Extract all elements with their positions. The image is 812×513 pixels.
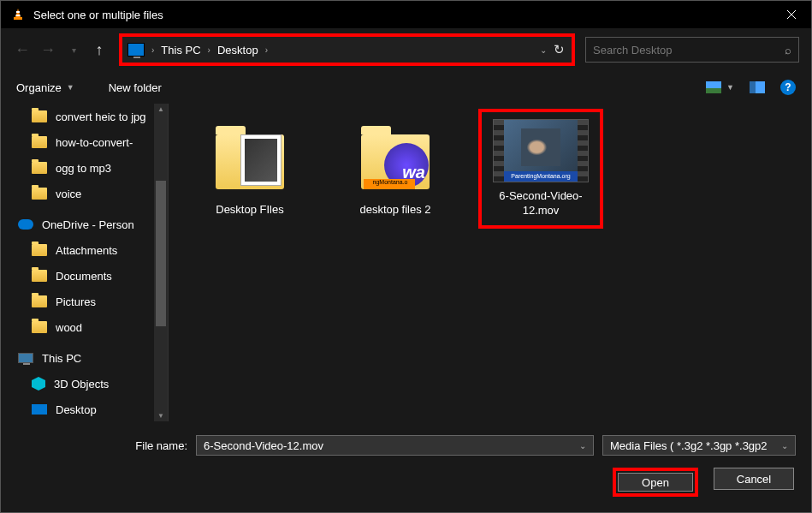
search-input[interactable] [593,44,785,57]
svg-rect-1 [16,11,20,13]
sidebar-label: 3D Objects [54,378,109,391]
pc-icon [127,43,145,57]
sidebar-item[interactable]: ogg to mp3 [1,155,168,181]
folder-desktop-files[interactable]: Desktop FIles [194,119,305,218]
sidebar-label: ogg to mp3 [56,162,111,175]
desktop-icon [32,404,47,415]
sidebar-item[interactable]: voice [1,181,168,206]
search-icon[interactable]: ⌕ [785,44,791,57]
thumb-banner: ParentingMontana.org [504,171,578,182]
sidebar-thispc[interactable]: This PC [1,345,168,371]
file-label: Desktop FIles [216,203,283,218]
sidebar-label: wood [56,321,82,334]
folder-desktop-files-2[interactable]: ngMontana.o desktop files 2 [340,119,451,218]
open-button[interactable]: Open [618,473,693,492]
folder-icon [32,244,47,256]
address-dropdown[interactable]: ⌄ [540,45,547,55]
chevron-right-icon: › [262,45,271,55]
filename-label: File name: [16,439,187,452]
sidebar-label: Documents [56,270,112,283]
file-type-filter[interactable]: Media Files ( *.3g2 *.3gp *.3gp2 ⌄ [602,435,796,456]
footer: File name: ⌄ Media Files ( *.3g2 *.3gp *… [1,421,811,512]
thumbnails-icon [706,81,721,93]
folder-icon [32,110,47,122]
forward-button[interactable]: → [39,40,57,59]
folder-icon [32,270,47,282]
address-bar[interactable]: › This PC › Desktop › ⌄ ↻ [119,33,575,66]
sidebar-label: Desktop [56,403,97,416]
sidebar-label: Pictures [56,295,96,308]
sidebar-label: voice [56,188,81,200]
video-thumbnail: ParentingMontana.org [493,119,589,182]
folder-icon [32,136,47,148]
sidebar-scrollbar[interactable] [154,104,168,421]
sidebar-label: This PC [42,352,81,365]
close-button[interactable] [772,1,811,28]
toolbar: Organize ▼ New folder ▼ ? [1,71,811,104]
preview-pane-button[interactable] [750,81,765,93]
help-button[interactable]: ? [780,80,796,95]
file-video-selected[interactable]: ParentingMontana.org 6-Second-Video-12.m… [485,119,596,218]
sidebar-item[interactable]: Attachments [1,237,168,263]
file-list[interactable]: Desktop FIles ngMontana.o desktop files … [169,104,811,421]
up-button[interactable]: ↑ [90,40,109,59]
recent-dropdown[interactable]: ▾ [64,40,83,59]
filename-dropdown[interactable]: ⌄ [579,441,586,450]
sidebar-label: how-to-convert- [56,136,133,149]
thumb-strip: ngMontana.o [364,179,415,189]
cloud-icon [18,219,33,230]
sidebar-item[interactable]: convert heic to jpg [1,104,168,129]
sidebar-label: Attachments [56,244,117,257]
folder-icon [32,162,47,174]
chevron-right-icon: › [204,45,214,55]
organize-menu[interactable]: Organize ▼ [16,81,74,94]
chevron-down-icon: ▼ [67,83,74,92]
titlebar: Select one or multiple files [1,1,811,28]
filename-input[interactable] [204,439,579,452]
folder-icon [32,295,47,307]
sidebar-label: convert heic to jpg [56,110,146,123]
scroll-thumb[interactable] [156,181,166,326]
open-button-highlight: Open [613,468,698,497]
search-box[interactable]: ⌕ [585,37,799,63]
view-thumb-button[interactable]: ▼ [706,81,734,93]
file-label: desktop files 2 [359,203,430,218]
breadcrumb-desktop[interactable]: Desktop [214,44,262,57]
chevron-down-icon: ⌄ [781,441,788,450]
sidebar-item[interactable]: wood [1,314,168,340]
new-folder-button[interactable]: New folder [109,81,162,94]
sidebar-label: OneDrive - Person [42,218,134,231]
cancel-button[interactable]: Cancel [714,468,794,490]
navbar: ← → ▾ ↑ › This PC › Desktop › ⌄ ↻ ⌕ [1,28,811,71]
refresh-button[interactable]: ↻ [554,42,565,57]
sidebar: convert heic to jpg how-to-convert- ogg … [1,104,169,421]
organize-label: Organize [16,81,62,94]
sidebar-item[interactable]: Documents [1,263,168,289]
sidebar-item[interactable]: 3D Objects [1,371,168,397]
back-button[interactable]: ← [13,40,32,59]
pc-icon [18,353,33,363]
sidebar-item[interactable]: Pictures [1,289,168,314]
vlc-icon [11,8,25,21]
chevron-down-icon: ▼ [726,83,734,92]
3d-objects-icon [32,377,45,391]
chevron-right-icon: › [148,45,157,55]
sidebar-item[interactable]: Desktop [1,397,168,421]
svg-rect-0 [14,17,22,20]
sidebar-onedrive[interactable]: OneDrive - Person [1,212,168,237]
window-title: Select one or multiple files [33,9,772,21]
svg-rect-2 [16,15,21,16]
folder-icon [32,188,47,200]
filename-input-box[interactable]: ⌄ [196,435,594,456]
sidebar-item[interactable]: how-to-convert- [1,129,168,155]
breadcrumb-pc[interactable]: This PC [157,44,204,57]
filter-label: Media Files ( *.3g2 *.3gp *.3gp2 [610,439,768,452]
folder-icon [32,321,47,333]
